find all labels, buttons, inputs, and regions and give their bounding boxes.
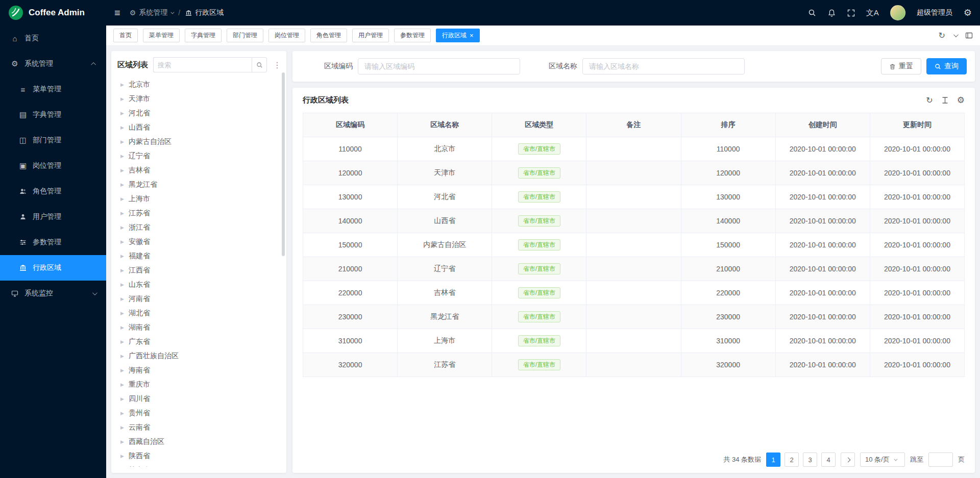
tree-expand-icon[interactable]: ▶ [120,296,124,301]
tree-expand-icon[interactable]: ▶ [120,339,124,344]
tree-item[interactable]: ▶ 湖北省 [117,306,280,320]
tree-expand-icon[interactable]: ▶ [120,211,124,216]
breadcrumb-item-region[interactable]: 行政区域 [185,8,224,17]
tree-expand-icon[interactable]: ▶ [120,439,124,444]
reset-button[interactable]: 重置 [881,58,921,74]
tree-expand-icon[interactable]: ▶ [120,411,124,416]
tree-item[interactable]: ▶ 福建省 [117,249,280,263]
column-header[interactable]: 创建时间 [775,113,870,137]
tree-item[interactable]: ▶ 江西省 [117,263,280,278]
tree-expand-icon[interactable]: ▶ [120,111,124,116]
sidebar-item-dict-mgmt[interactable]: ▤ 字典管理 [0,102,106,128]
column-header[interactable]: 备注 [586,113,681,137]
query-button[interactable]: 查询 [926,58,967,74]
tab[interactable]: 部门管理 × [227,29,263,42]
column-header[interactable]: 区域编码 [303,113,398,137]
tree-item[interactable]: ▶ 山西省 [117,120,280,135]
refresh-icon[interactable]: ↻ [939,31,945,40]
table-row[interactable]: 210000 辽宁省 省市/直辖市 210000 2020-10-01 00:0… [303,257,965,281]
tree-item[interactable]: ▶ 上海市 [117,192,280,206]
sidebar-item-post-mgmt[interactable]: ▣ 岗位管理 [0,153,106,179]
table-row[interactable]: 140000 山西省 省市/直辖市 140000 2020-10-01 00:0… [303,209,965,233]
fullscreen-icon[interactable] [847,9,855,17]
app-logo[interactable]: Coffee Admin [0,0,106,26]
tree-scrollbar[interactable] [282,72,285,256]
page-button[interactable]: 3 [803,452,817,467]
table-row[interactable]: 230000 黑龙江省 省市/直辖市 230000 2020-10-01 00:… [303,305,965,329]
tree-expand-icon[interactable]: ▶ [120,354,124,359]
tree-expand-icon[interactable]: ▶ [120,154,124,159]
tree-expand-icon[interactable]: ▶ [120,168,124,173]
tree-item[interactable]: ▶ 湖南省 [117,320,280,335]
column-header[interactable]: 区域名称 [398,113,492,137]
table-row[interactable]: 110000 北京市 省市/直辖市 110000 2020-10-01 00:0… [303,137,965,161]
tree-expand-icon[interactable]: ▶ [120,82,124,87]
column-settings-icon[interactable] [941,96,949,104]
table-row[interactable]: 320000 江苏省 省市/直辖市 320000 2020-10-01 00:0… [303,353,965,377]
tab[interactable]: 字典管理 × [185,29,222,42]
collapse-menu-icon[interactable]: ≡ [114,8,120,18]
tree-item[interactable]: ▶ 江苏省 [117,206,280,220]
tab[interactable]: 行政区域 × [436,29,480,42]
settings-gear-icon[interactable]: ⚙ [964,7,972,18]
table-row[interactable]: 130000 河北省 省市/直辖市 130000 2020-10-01 00:0… [303,185,965,209]
bell-icon[interactable] [827,9,836,17]
tree-expand-icon[interactable]: ▶ [120,139,124,144]
tree-item[interactable]: ▶ 贵州省 [117,406,280,420]
tab[interactable]: 角色管理 × [310,29,347,42]
tab[interactable]: 用户管理 × [352,29,389,42]
tree-expand-icon[interactable]: ▶ [120,239,124,244]
tree-expand-icon[interactable]: ▶ [120,382,124,387]
tree-search-button[interactable] [252,57,267,72]
tree-expand-icon[interactable]: ▶ [120,396,124,401]
avatar[interactable] [890,5,905,20]
tree-item[interactable]: ▶ 陕西省 [117,449,280,463]
column-header[interactable]: 更新时间 [870,113,964,137]
table-row[interactable]: 310000 上海市 省市/直辖市 310000 2020-10-01 00:0… [303,329,965,353]
tree-item[interactable]: ▶ 甘肃省 [117,463,280,467]
tree-item[interactable]: ▶ 重庆市 [117,378,280,392]
sidebar-item-system[interactable]: ⚙ 系统管理 [0,51,106,77]
tab[interactable]: 参数管理 × [394,29,431,42]
tree-item[interactable]: ▶ 广东省 [117,335,280,349]
tree-expand-icon[interactable]: ▶ [120,368,124,373]
table-row[interactable]: 220000 吉林省 省市/直辖市 220000 2020-10-01 00:0… [303,281,965,305]
tree-expand-icon[interactable]: ▶ [120,182,124,187]
tree-item[interactable]: ▶ 天津市 [117,92,280,106]
region-name-input[interactable] [582,58,745,74]
tree-item[interactable]: ▶ 河北省 [117,106,280,120]
tree-expand-icon[interactable]: ▶ [120,254,124,259]
tree-item[interactable]: ▶ 西藏自治区 [117,435,280,449]
tree-item[interactable]: ▶ 河南省 [117,292,280,306]
more-options-icon[interactable]: ⋮ [272,60,282,70]
tree-expand-icon[interactable]: ▶ [120,196,124,202]
tree-expand-icon[interactable]: ▶ [120,325,124,330]
tab-options-chevron-icon[interactable] [953,32,959,37]
page-button[interactable]: 4 [821,452,836,467]
tab-close-icon[interactable]: × [470,32,474,39]
column-header[interactable]: 区域类型 [492,113,586,137]
sidebar-item-menu-mgmt[interactable]: ≡ 菜单管理 [0,77,106,102]
tree-item[interactable]: ▶ 广西壮族自治区 [117,349,280,363]
search-icon[interactable] [808,9,816,17]
gear-icon[interactable]: ⚙ [957,95,965,106]
tree-item[interactable]: ▶ 安徽省 [117,235,280,249]
table-row[interactable]: 150000 内蒙古自治区 省市/直辖市 150000 2020-10-01 0… [303,233,965,257]
page-size-select[interactable]: 10 条/页 [860,452,905,467]
page-button[interactable]: 2 [785,452,799,467]
next-page-button[interactable] [841,452,855,467]
tree-item[interactable]: ▶ 吉林省 [117,163,280,178]
tree-expand-icon[interactable]: ▶ [120,425,124,430]
tree-expand-icon[interactable]: ▶ [120,282,124,287]
tree-expand-icon[interactable]: ▶ [120,268,124,273]
tree-item[interactable]: ▶ 云南省 [117,420,280,435]
sidebar-item-monitor[interactable]: 系统监控 [0,281,106,306]
page-button[interactable]: 1 [766,452,780,467]
tree-expand-icon[interactable]: ▶ [120,96,124,102]
tree-item[interactable]: ▶ 内蒙古自治区 [117,135,280,149]
user-name[interactable]: 超级管理员 [917,8,952,17]
table-row[interactable]: 120000 天津市 省市/直辖市 120000 2020-10-01 00:0… [303,161,965,185]
tree-item[interactable]: ▶ 浙江省 [117,220,280,235]
sidebar-item-param-mgmt[interactable]: 参数管理 [0,230,106,255]
tree-item[interactable]: ▶ 山东省 [117,278,280,292]
